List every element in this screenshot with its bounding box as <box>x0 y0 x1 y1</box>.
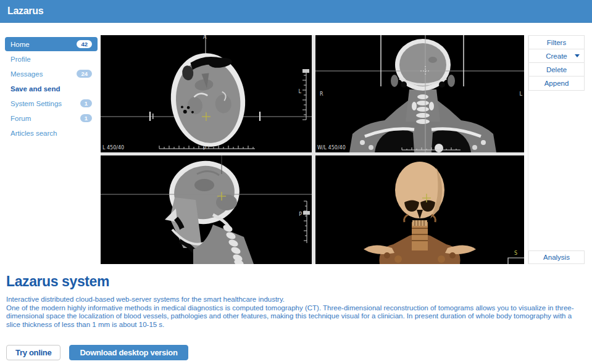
app-header: Lazarus <box>0 0 592 23</box>
sidebar-item-forum[interactable]: Forum 1 <box>5 111 98 125</box>
delete-button[interactable]: Delete <box>529 63 584 77</box>
sidebar-item-label: Profile <box>10 56 31 63</box>
create-button-label: Create <box>546 52 567 60</box>
main-area: Home 42 Profile Messages 24 Save and sen… <box>0 35 592 264</box>
sagittal-ct-image <box>101 155 312 264</box>
append-button[interactable]: Append <box>529 77 584 90</box>
ct-pane-coronal[interactable]: R L W/L 450/40 <box>315 35 524 152</box>
ct-pane-axial[interactable]: A P L L 450/40 <box>101 35 312 152</box>
forum-count-badge: 1 <box>80 114 92 123</box>
sidebar-item-label: Messages <box>10 70 43 78</box>
chevron-down-icon <box>575 54 580 57</box>
sidebar-item-system-settings[interactable]: System Settings 1 <box>5 96 98 110</box>
try-online-button[interactable]: Try online <box>6 345 60 360</box>
intro-text: Interactive distributed cloud-based web-… <box>6 296 586 304</box>
create-button[interactable]: Create <box>529 49 584 63</box>
sidebar-item-home[interactable]: Home 42 <box>5 37 98 51</box>
sidebar-item-label: Articles search <box>10 130 57 137</box>
info-section: Lazarus system Interactive distributed c… <box>0 273 592 360</box>
sidebar-item-save-and-send[interactable]: Save and send <box>5 81 98 96</box>
sidebar-item-label: System Settings <box>10 100 62 107</box>
filters-button[interactable]: Filters <box>529 36 584 49</box>
coronal-ct-image <box>315 35 524 152</box>
action-button-group: Filters Create Delete Append <box>528 35 585 91</box>
messages-count-badge: 24 <box>77 70 92 78</box>
sidebar-item-label: Forum <box>10 115 31 122</box>
ct-viewer: A P L L 450/40 <box>101 35 524 264</box>
cta-row: Try online Download desktop version <box>6 345 586 360</box>
sidebar-item-messages[interactable]: Messages 24 <box>5 67 98 81</box>
axial-ct-image <box>101 35 312 152</box>
home-count-badge: 42 <box>77 40 92 49</box>
sidebar-item-label: Home <box>10 41 30 48</box>
sidebar-item-articles-search[interactable]: Articles search <box>5 126 98 140</box>
body-text: One of the modern highly informative met… <box>6 304 586 329</box>
analysis-button[interactable]: Analysis <box>528 250 585 264</box>
ct-pane-3d-volume[interactable]: S <box>315 155 524 264</box>
sidebar: Home 42 Profile Messages 24 Save and sen… <box>5 35 98 141</box>
volume-render-image <box>315 155 524 264</box>
page-title: Lazarus system <box>6 273 586 290</box>
settings-count-badge: 1 <box>80 99 92 108</box>
download-desktop-button[interactable]: Download desktop version <box>69 345 188 360</box>
ct-pane-sagittal[interactable]: P <box>101 155 312 264</box>
actions-panel: Filters Create Delete Append Analysis <box>528 35 585 264</box>
sidebar-item-label: Save and send <box>10 85 60 93</box>
app-title: Lazarus <box>7 6 43 17</box>
sidebar-item-profile[interactable]: Profile <box>5 52 98 66</box>
